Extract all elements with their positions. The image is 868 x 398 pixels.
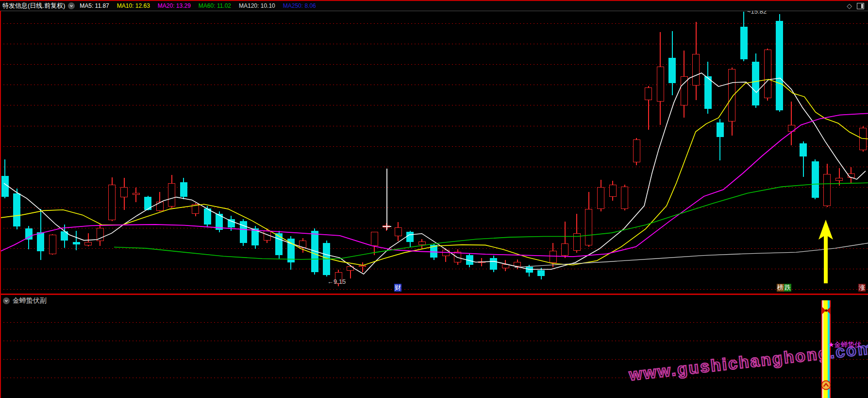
candle-body [645,87,652,100]
candle-body [430,245,437,257]
candle-body [108,185,116,220]
candle-body [514,262,521,267]
bang-tag: 榜 [777,284,784,292]
candle-body [740,27,748,60]
gridline [0,322,868,323]
gridline [0,341,868,341]
candle-body [204,208,211,225]
candle-body [251,228,259,245]
candle-body [621,187,628,209]
candle-body [717,122,724,137]
candle-body [144,197,151,210]
cai-marker: 财 [394,284,401,292]
gridline [0,44,868,44]
candle-body [668,58,676,83]
ma-line-MA20 [0,113,868,257]
candle-body [61,231,68,241]
gridline [0,167,868,167]
candle-body [835,178,843,181]
candle-body [466,255,473,265]
candle-body [37,232,44,251]
candle-body [442,250,450,256]
candle-body [228,219,235,228]
candle-wick [76,231,77,250]
candle-body [597,187,604,209]
candle-body [681,76,688,105]
candle-body [406,232,414,242]
candle-body [275,233,283,255]
ma-line-MA5 [4,73,866,274]
candle-body [216,214,223,230]
window-restore-icon[interactable] [857,3,864,9]
gridline [0,85,868,85]
gridline [0,126,868,126]
gridline [0,64,868,65]
diamond-icon[interactable]: ◇ [847,2,852,9]
candle-body [240,221,247,243]
ma-value: MA5: 11.87 [80,2,109,9]
titlebar-icons: ◇ [847,2,864,9]
candle-body [704,76,712,109]
candle-body [287,239,295,263]
candle-body [633,139,640,162]
candle-body [180,182,187,196]
signal-label: ★金蝉蛰伏 [828,341,862,349]
gridline [0,208,868,208]
candle-body [728,69,735,121]
stock-app-window: 特发信息(日线.前复权) MA5: 11.87MA10: 12.63MA20: … [0,0,868,398]
candle-body [502,264,509,268]
candle-body [84,242,92,245]
candle-body [395,227,402,236]
main-candlestick-chart[interactable]: ~15.82 ←9.15 财 榜 跌 涨 [0,11,868,294]
candle-body [812,161,819,198]
candle-wick [362,262,363,272]
candle-wick [791,102,792,145]
peak-price-annotation: ~15.82 [747,11,767,15]
candle-body [264,231,271,241]
candle-body [418,242,426,245]
candle-body [752,62,759,105]
ma-line-MA10 [0,79,868,265]
die-tag: 跌 [784,284,791,292]
zhang-marker: 涨 [858,284,866,292]
candle-body [490,258,497,270]
candle-body [573,233,581,251]
sub-indicator-panel[interactable]: 金蝉蛰伏副 www.gushichanghong.com ★金蝉蛰伏 [0,295,868,398]
candle-body [788,125,795,132]
candle-body [478,261,485,263]
candle-body [454,252,461,262]
candle-body [25,228,33,240]
candle-body [347,266,354,270]
candle-body [192,204,199,214]
stock-title: 特发信息(日线.前复权) [2,1,65,10]
sub-panel-title: 金蝉蛰伏副 [13,296,47,305]
candle-body [323,243,330,276]
candle-body [823,174,831,206]
gridline [0,146,868,147]
candle-body [311,231,318,272]
chevron-down-circle-icon[interactable] [68,2,75,9]
butterfly-icon [821,306,832,315]
candle-body [299,241,306,248]
gridline [0,378,868,378]
candle-body [371,232,378,246]
candle-body [848,173,855,178]
candle-body [657,67,664,102]
candle-body [156,202,164,211]
candle-body [13,193,20,226]
coin-arrow-icon [821,380,831,390]
crosshair-horizontal [383,226,391,227]
chevron-down-circle-icon[interactable] [3,297,10,304]
candle-body [133,193,140,194]
sub-panel-header: 金蝉蛰伏副 [0,296,47,305]
candle-body [73,242,80,244]
candle-body [859,128,867,151]
crosshair-vertical [386,169,387,230]
candle-body [585,209,592,245]
candle-body [359,265,366,267]
candle-body [561,243,568,256]
candle-body [526,267,533,272]
gridline [0,23,868,24]
gridline [0,228,868,228]
gridline [0,289,868,290]
